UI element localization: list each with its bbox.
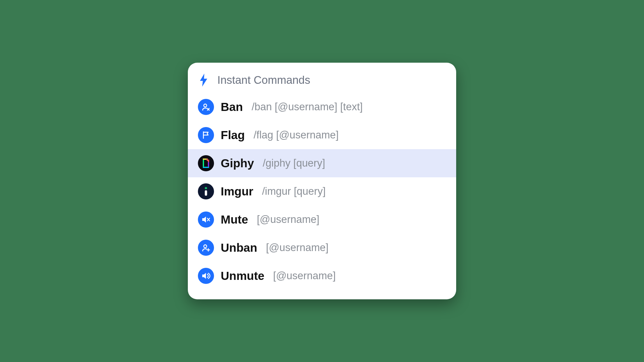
panel-title: Instant Commands [217,74,310,86]
svg-marker-0 [200,74,207,87]
svg-rect-12 [205,190,207,196]
svg-rect-7 [203,159,207,160]
command-name: Giphy [221,157,254,170]
command-args: [@username] [273,270,336,282]
svg-marker-13 [202,217,206,223]
svg-rect-5 [208,162,209,167]
command-args: /giphy [query] [263,157,325,169]
command-name: Flag [221,128,245,142]
svg-point-11 [205,187,207,189]
svg-marker-19 [202,273,206,279]
command-item-giphy[interactable]: Giphy /giphy [query] [188,149,456,177]
panel-header: Instant Commands [188,67,456,93]
command-name: Mute [221,213,248,226]
user-x-icon [198,99,214,115]
giphy-icon [198,155,214,171]
svg-point-16 [204,245,207,248]
svg-rect-6 [203,167,209,168]
svg-rect-9 [207,160,209,161]
svg-rect-4 [203,160,204,167]
svg-rect-10 [208,161,209,162]
command-args: /imgur [query] [262,185,326,197]
svg-rect-8 [207,159,208,160]
mute-icon [198,212,214,228]
svg-point-1 [204,104,207,107]
instant-commands-panel: Instant Commands Ban /ban [@username] [t… [188,63,456,299]
command-name: Unmute [221,269,264,283]
command-item-imgur[interactable]: Imgur /imgur [query] [188,177,456,205]
command-args: [@username] [257,214,320,226]
command-args: /flag [@username] [254,129,339,141]
command-item-mute[interactable]: Mute [@username] [188,205,456,234]
command-item-unmute[interactable]: Unmute [@username] [188,262,456,290]
command-name: Ban [221,100,243,114]
bolt-icon [198,73,209,87]
command-item-ban[interactable]: Ban /ban [@username] [text] [188,93,456,121]
command-name: Unban [221,241,257,254]
unmute-icon [198,268,214,284]
command-args: /ban [@username] [text] [252,101,363,113]
command-args: [@username] [266,242,329,254]
flag-icon [198,127,214,143]
command-item-unban[interactable]: Unban [@username] [188,234,456,262]
imgur-icon [198,183,214,199]
command-item-flag[interactable]: Flag /flag [@username] [188,121,456,149]
command-name: Imgur [221,185,253,198]
user-plus-icon [198,240,214,256]
